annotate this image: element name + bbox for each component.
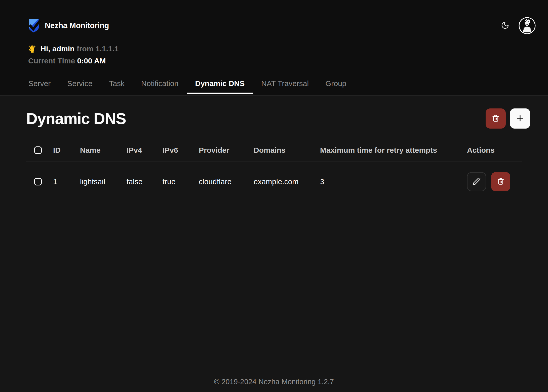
brand-row: Nezha Monitoring (0, 17, 548, 35)
column-header-actions: Actions (467, 140, 522, 162)
page-content: Dynamic DNS (0, 108, 548, 201)
plus-icon (515, 113, 525, 124)
column-header-ipv4: IPv4 (127, 140, 163, 162)
cell-id: 1 (53, 162, 80, 201)
trash-icon (496, 177, 505, 186)
nezha-logo-icon (28, 18, 40, 33)
tab-server[interactable]: Server (20, 76, 59, 94)
cell-provider: cloudflare (199, 162, 254, 201)
tab-service[interactable]: Service (59, 76, 101, 94)
brand-title: Nezha Monitoring (45, 21, 109, 30)
current-time-label: Current Time (28, 57, 75, 65)
page-title: Dynamic DNS (26, 109, 126, 128)
greeting-username: Hi, admin (41, 45, 74, 53)
column-header-domains: Domains (254, 140, 320, 162)
wave-hand-icon (28, 46, 38, 54)
title-row: Dynamic DNS (26, 108, 522, 129)
row-actions (467, 172, 522, 191)
add-record-button[interactable] (510, 108, 530, 129)
cell-name: lightsail (80, 162, 127, 201)
table-header-row: ID Name IPv4 IPv6 Provider Domains Maxim… (26, 140, 522, 162)
cell-domains: example.com (254, 162, 320, 201)
row-select-checkbox[interactable] (34, 178, 42, 185)
toolbar (486, 108, 530, 129)
delete-record-button[interactable] (491, 172, 510, 191)
cell-ipv4: false (127, 162, 163, 201)
greeting-block: Hi, admin from 1.1.1.1 Current Time 0:00… (0, 35, 548, 66)
footer-copyright: © 2019-2024 Nezha Monitoring 1.2.7 (0, 378, 548, 386)
column-header-provider: Provider (199, 140, 254, 162)
current-time-line: Current Time 0:00 AM (28, 55, 548, 66)
pencil-icon (472, 177, 481, 186)
trash-icon (491, 114, 500, 124)
moon-icon (501, 21, 509, 30)
column-header-ipv6: IPv6 (163, 140, 199, 162)
app-header: Nezha Monitoring (0, 0, 548, 96)
table-row: 1 lightsail false true cloudflare exampl… (26, 162, 522, 201)
column-header-id: ID (53, 140, 80, 162)
edit-record-button[interactable] (467, 172, 486, 191)
greeting-line: Hi, admin from 1.1.1.1 (28, 43, 548, 55)
tab-dynamic-dns[interactable]: Dynamic DNS (187, 76, 253, 94)
bulk-delete-button[interactable] (486, 108, 506, 129)
main-nav-tabs: Server Service Task Notification Dynamic… (0, 76, 548, 95)
select-all-checkbox[interactable] (34, 146, 42, 154)
tab-notification[interactable]: Notification (133, 76, 187, 94)
tab-task[interactable]: Task (101, 76, 133, 94)
user-avatar[interactable] (518, 17, 536, 34)
tab-group[interactable]: Group (317, 76, 355, 94)
greeting-from-ip: from 1.1.1.1 (77, 45, 119, 53)
cell-ipv6: true (163, 162, 199, 201)
current-time-value: 0:00 AM (77, 57, 106, 65)
theme-toggle-button[interactable] (501, 21, 509, 30)
column-header-name: Name (80, 140, 127, 162)
column-header-max-retry: Maximum time for retry attempts (320, 140, 467, 162)
ddns-table: ID Name IPv4 IPv6 Provider Domains Maxim… (26, 140, 522, 201)
cell-max-retry: 3 (320, 162, 467, 201)
tab-nat-traversal[interactable]: NAT Traversal (253, 76, 317, 94)
